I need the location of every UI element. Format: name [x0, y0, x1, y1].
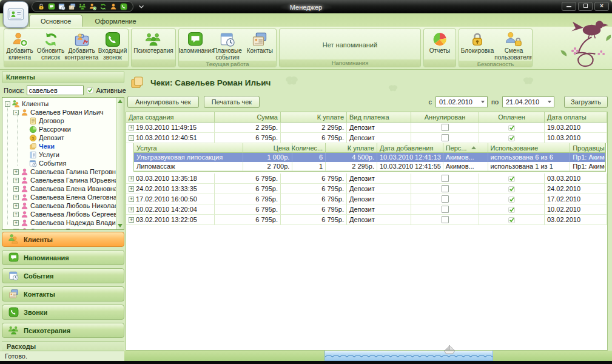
column-header-6[interactable]: Дата оплаты	[545, 112, 607, 123]
expand-icon[interactable]: +	[13, 169, 19, 175]
annul-receipt-button[interactable]: Аннулировать чек	[127, 96, 199, 108]
sidebar-item-events[interactable]: События	[2, 268, 124, 283]
column-header-5[interactable]: Оплачен	[479, 112, 545, 123]
expand-icon[interactable]: +	[13, 203, 19, 209]
expand-icon[interactable]: +	[13, 195, 19, 200]
annulled-checkbox[interactable]	[442, 206, 449, 213]
receipt-row[interactable]: +17.02.2010 16:00:506 795р.6 795р.Депози…	[126, 194, 607, 204]
sub-column-header-0[interactable]: Услуга	[134, 143, 243, 153]
expand-icon[interactable]: +	[13, 186, 19, 192]
tree-item[interactable]: Договор	[2, 116, 114, 125]
sidebar-item-psychotherapy[interactable]: Психотерапия	[2, 323, 124, 338]
service-row[interactable]: Липомассаж2 700р.12 295р.10.03.2010 12:4…	[134, 162, 605, 171]
psychotherapy-icon[interactable]	[79, 3, 86, 10]
expand-icon[interactable]: +	[13, 178, 19, 183]
tree-item[interactable]: -Савельев Роман Ильич	[2, 108, 114, 116]
expand-row-icon[interactable]: +	[129, 197, 134, 202]
expand-row-icon[interactable]: +	[129, 217, 134, 223]
ribbon-button-planned-events[interactable]: Плановые события	[211, 30, 243, 61]
expand-row-icon[interactable]: +	[129, 186, 134, 192]
expand-row-icon[interactable]: +	[129, 207, 134, 212]
tree-item[interactable]: +Савельева Галина Петровна	[2, 167, 114, 176]
toolbar-options-chevron-icon[interactable]	[137, 2, 146, 11]
annulled-checkbox[interactable]	[442, 185, 449, 192]
add-client-icon[interactable]	[89, 3, 96, 10]
tree-item[interactable]: $Депозит	[2, 133, 114, 142]
sidebar-item-reminders[interactable]: Напоминания	[2, 250, 124, 265]
sub-column-header-3[interactable]: К уплате	[326, 143, 377, 153]
search-input[interactable]	[27, 86, 84, 95]
app-menu-button[interactable]	[3, 1, 29, 28]
sub-column-header-7[interactable]: Продавцы	[570, 143, 605, 153]
collapse-icon[interactable]: -	[13, 110, 19, 115]
print-receipt-button[interactable]: Печатать чек	[204, 96, 260, 108]
sidebar-item-contacts[interactable]: Контакты	[2, 286, 124, 302]
reminders-icon[interactable]	[48, 3, 55, 10]
tree-item[interactable]: События	[2, 159, 114, 167]
scroll-down-icon[interactable]	[118, 224, 123, 228]
collapse-row-icon[interactable]: -	[129, 135, 134, 141]
column-header-3[interactable]: Вид платежа	[347, 112, 411, 123]
ribbon-button-add-client[interactable]: Добавить клиента	[4, 30, 35, 61]
tree-item[interactable]: +Савельева Галина Юрьевна	[2, 176, 114, 184]
expand-icon[interactable]: +	[13, 229, 19, 231]
active-filter-checkbox[interactable]	[86, 86, 94, 94]
sub-column-header-1[interactable]: Цена	[243, 143, 293, 153]
sub-column-header-6[interactable]: Использование	[488, 143, 571, 153]
scroll-up-icon[interactable]	[118, 99, 123, 103]
expand-row-icon[interactable]: +	[129, 125, 134, 130]
receipt-row[interactable]: +03.02.2010 13:22:056 795р.6 795р.Депози…	[126, 215, 607, 225]
ribbon-button-change-user[interactable]: Смена пользователя	[496, 30, 532, 61]
user-icon[interactable]	[110, 3, 117, 10]
expand-icon[interactable]: +	[13, 212, 19, 217]
column-header-0[interactable]: Дата создания	[126, 112, 215, 123]
sidebar-item-calls[interactable]: Звонки	[2, 305, 124, 320]
service-row[interactable]: Ультразвуковая липосакция1 000р.64 500р.…	[134, 153, 605, 162]
ribbon-button-reports[interactable]: Отчеты	[424, 30, 456, 55]
expand-icon[interactable]: +	[13, 220, 19, 226]
ribbon-button-contacts[interactable]: Контакты	[244, 30, 276, 55]
annulled-checkbox[interactable]	[442, 195, 449, 203]
tree-item[interactable]: +Савельева Надежда Владимиро...	[2, 218, 114, 227]
annulled-checkbox[interactable]	[442, 175, 449, 182]
column-header-2[interactable]: К уплате	[281, 112, 347, 123]
receipt-row[interactable]: +24.02.2010 13:33:356 795р.6 795р.Депози…	[126, 184, 607, 194]
ribbon-button-refresh[interactable]: Обновить список	[35, 30, 66, 61]
chevron-down-icon[interactable]	[481, 101, 485, 103]
load-button[interactable]: Загрузить	[564, 96, 608, 108]
receipt-row[interactable]: +10.02.2010 14:20:046 795р.6 795р.Депози…	[126, 204, 607, 215]
restore-button[interactable]	[578, 2, 593, 11]
tree-item[interactable]: +Савельева Любовь Николаевна	[2, 201, 114, 210]
sidebar-item-clients[interactable]: Клиенты	[2, 232, 124, 247]
tree-item[interactable]: Рассрочки	[2, 125, 114, 133]
annulled-checkbox[interactable]	[442, 134, 449, 141]
minimize-button[interactable]	[562, 2, 576, 11]
ribbon-button-reminders[interactable]: Напоминания	[179, 30, 211, 55]
ribbon-button-add-contractor[interactable]: Добавить контрагента	[66, 30, 97, 61]
refresh-icon[interactable]	[99, 3, 107, 10]
annulled-checkbox[interactable]	[442, 216, 449, 223]
annulled-checkbox[interactable]	[442, 124, 449, 131]
date-from-input[interactable]: 01.02.2010	[435, 96, 488, 107]
contacts-icon[interactable]	[69, 3, 76, 10]
receipt-row[interactable]: +19.03.2010 11:49:152 295р.2 295р.Депози…	[126, 123, 607, 133]
chevron-down-icon[interactable]	[548, 101, 551, 103]
tab-main[interactable]: Основное	[29, 15, 82, 27]
column-header-4[interactable]: Аннулирован	[411, 112, 479, 123]
tree-item[interactable]: Услуги	[2, 150, 114, 159]
close-button[interactable]: ×	[594, 2, 609, 11]
incoming-call-icon[interactable]	[120, 3, 127, 10]
tree-item[interactable]: +Савельева Тамара ...	[2, 227, 114, 230]
events-icon[interactable]	[58, 3, 66, 10]
tree-item[interactable]: +Савельева Елена Олеговна	[2, 193, 114, 201]
tree-scrollbar[interactable]	[116, 98, 124, 229]
sidebar-item-expenses[interactable]: Расходы	[2, 341, 124, 351]
tree-item[interactable]: -Клиенты	[2, 99, 114, 108]
receipt-row[interactable]: +03.03.2010 13:35:186 795р.6 795р.Депози…	[126, 174, 607, 184]
expand-row-icon[interactable]: +	[129, 176, 134, 181]
tree-item[interactable]: +Савельева Любовь Сергеевна	[2, 210, 114, 218]
lock-icon[interactable]	[38, 3, 45, 10]
sub-column-header-4[interactable]: Дата добавления	[377, 143, 443, 153]
date-to-input[interactable]: 21.04.2010	[502, 96, 554, 107]
ribbon-button-lock[interactable]: Блокировка	[459, 30, 496, 55]
